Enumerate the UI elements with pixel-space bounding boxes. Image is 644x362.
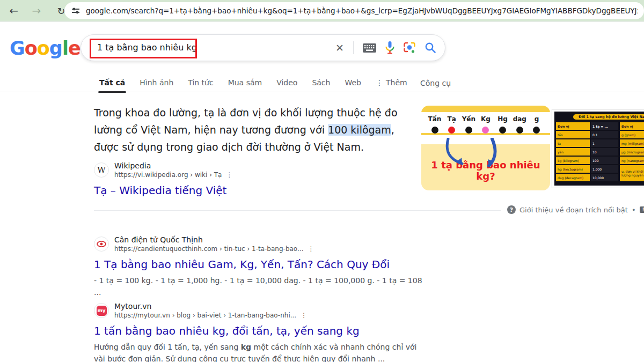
url-text[interactable]: google.com/search?q=1+tạ+bằng+bao+nhiêu+… (86, 6, 638, 15)
tools-button[interactable]: Công cụ (420, 74, 451, 92)
unit-column: g (530, 115, 544, 134)
tab-books[interactable]: Sách (312, 78, 330, 88)
snippet-highlight: 100 kilôgam (328, 124, 391, 136)
voice-search-icon[interactable] (385, 41, 394, 54)
table-cell: u, đơn vị khối lượng nguyên tử (620, 165, 644, 181)
result-site-name: Mytour.vn (114, 301, 308, 311)
unit-column: Yến (462, 115, 475, 134)
search-box-divider (353, 41, 354, 54)
result-menu-icon[interactable]: ⋮ (308, 245, 314, 253)
about-snippet-label[interactable]: Giới thiệu về đoạn trích nổi bật (519, 206, 628, 214)
unit-dot (499, 127, 506, 134)
conversion-table-image[interactable]: Đổi 1 tạ sang hệ đo lường Việt Nam và q … (552, 109, 644, 188)
tab-news[interactable]: Tin tức (188, 78, 213, 88)
tab-web[interactable]: Web (345, 78, 361, 88)
more-vert-icon: ⋮ (376, 78, 383, 87)
table-cell: 10 (591, 148, 618, 156)
about-snippet-row: ? Giới thiệu về đoạn trích nổi bật • ! Ý… (507, 205, 644, 214)
feedback-icon[interactable]: ! (640, 206, 644, 213)
search-box[interactable]: 1 tạ bằng bao nhiêu kg ✕ (80, 34, 445, 61)
address-bar[interactable]: google.com/search?q=1+tạ+bằng+bao+nhiêu+… (64, 2, 644, 19)
result-url-text: https://mytour.vn › blog › bai-viet › 1-… (114, 311, 296, 320)
result-url-text: https://candientuquocthinh.com › tin-tuc… (114, 245, 303, 253)
search-result: Cân điện tử Quốc Thịnh https://candientu… (94, 235, 437, 298)
forward-icon[interactable]: → (29, 3, 44, 18)
help-icon[interactable]: ? (507, 205, 516, 214)
diagram-caption-area: 1 tạ bằng bao nhiêu kg? (421, 144, 550, 190)
table-cell: dag (decagram) (556, 174, 590, 181)
search-tabs: Tất cả Hình ảnh Tin tức Mua sắm Video Sá… (99, 74, 407, 92)
dot-separator: • (632, 206, 636, 214)
table-cell: 1,000 (591, 165, 618, 173)
screen: ← → ↻ google.com/search?q=1+tạ+bằng+bao+… (0, 0, 644, 362)
diagram-caption: 1 tạ bằng bao nhiêu kg? (421, 159, 550, 182)
unit-dot (431, 127, 438, 134)
tab-more-label: Thêm (386, 78, 407, 87)
result-menu-icon[interactable]: ⋮ (226, 171, 233, 179)
unit-label: g (535, 115, 539, 123)
result-url: https://vi.wikipedia.org › wiki › Tạ ⋮ (114, 171, 233, 179)
logo-letter: e (68, 38, 80, 59)
google-lens-icon[interactable] (404, 42, 415, 54)
mytour-favicon: my (94, 303, 109, 318)
table-cell: yến (556, 148, 590, 156)
table-left-group: Đơn vị 1 tạ = ... tấn0.1 tạ1 yến10 kg (k… (556, 122, 618, 181)
result-url: https://candientuquocthinh.com › tin-tuc… (114, 245, 314, 253)
logo-letter: o (37, 38, 49, 59)
unit-dot (465, 127, 472, 134)
unit-dot-highlight (482, 127, 489, 134)
clear-icon[interactable]: ✕ (335, 42, 344, 54)
table-title: Đổi 1 tạ sang hệ đo lường Việt Nam và q (573, 114, 644, 120)
logo-letter: G (10, 38, 25, 59)
table-cell: kg (kilogram) (556, 157, 590, 164)
unit-column: Hg (496, 115, 510, 134)
featured-snippet-text: Trong khoa đo lường, tạ là đơn vị đo khố… (94, 104, 404, 156)
table-cell: µg (microgram) (620, 148, 644, 156)
result-title-link[interactable]: 1 Tạ bằng bao nhiêu Gam, Kg, Yến, Tấn? C… (94, 258, 437, 271)
browser-toolbar: ← → ↻ google.com/search?q=1+tạ+bằng+bao+… (0, 0, 644, 21)
result-snippet: Hướng dẫn quy đổi 1 tấn, tạ, yến sang kg… (94, 341, 427, 362)
table-right-group: Đơn vị 1 t g (gram)10 mg (miligram)10 µg… (620, 122, 644, 181)
table-cell: g (gram) (620, 131, 644, 138)
result-title-link[interactable]: 1 tấn bằng bao nhiêu kg, đổi tấn, tạ, yế… (94, 324, 437, 337)
search-result: W Wikipedia https://vi.wikipedia.org › w… (94, 161, 437, 197)
result-url: https://mytour.vn › blog › bai-viet › 1-… (114, 311, 308, 320)
unit-column: Tấn (428, 115, 442, 134)
back-icon[interactable]: ← (6, 3, 21, 18)
section-divider (94, 210, 501, 211)
search-icon[interactable] (425, 42, 436, 54)
table-image-panel: Đổi 1 tạ sang hệ đo lường Việt Nam và q … (554, 112, 644, 186)
keyboard-icon[interactable] (363, 43, 376, 53)
tab-more[interactable]: ⋮ Thêm (376, 78, 407, 88)
units-diagram-image[interactable]: Tấn Tạ Yến Kg Hg dag g 1 tạ bằng bao nhi… (421, 106, 550, 190)
annotation-red-box (90, 39, 197, 58)
unit-label: Hg (497, 115, 508, 123)
logo-letter: o (25, 38, 37, 59)
result-title-link[interactable]: Tạ – Wikipedia tiếng Việt (94, 184, 437, 197)
logo-letter: l (62, 38, 68, 59)
unit-label: dag (513, 115, 526, 123)
unit-label: Kg (481, 115, 491, 123)
table-cell: tấn (556, 131, 590, 138)
google-logo[interactable]: Google (10, 38, 80, 59)
tab-videos[interactable]: Video (276, 78, 297, 88)
table-cell: hg (hectogram) (556, 165, 590, 173)
unit-column: Tạ (445, 115, 459, 134)
table-cell: 1 tạ = ... (591, 122, 618, 130)
result-header: W Wikipedia https://vi.wikipedia.org › w… (94, 161, 437, 179)
result-menu-icon[interactable]: ⋮ (301, 311, 308, 320)
tab-images[interactable]: Hình ảnh (140, 78, 173, 88)
unit-column: dag (513, 115, 526, 134)
table-cell: 0.1 (591, 131, 618, 138)
snippet-bold-text: kg (241, 343, 251, 351)
tab-all[interactable]: Tất cả (99, 78, 125, 88)
tabs-divider (0, 92, 644, 92)
unit-label: Tạ (448, 115, 456, 123)
tab-shopping[interactable]: Mua sắm (228, 78, 262, 88)
unit-dot-highlight (448, 127, 455, 134)
table-cell: Đơn vị (620, 122, 644, 130)
site-settings-icon[interactable] (71, 6, 80, 16)
result-site-name: Wikipedia (114, 161, 233, 171)
logo-letter: g (49, 38, 62, 59)
unit-column: Kg (479, 115, 493, 134)
